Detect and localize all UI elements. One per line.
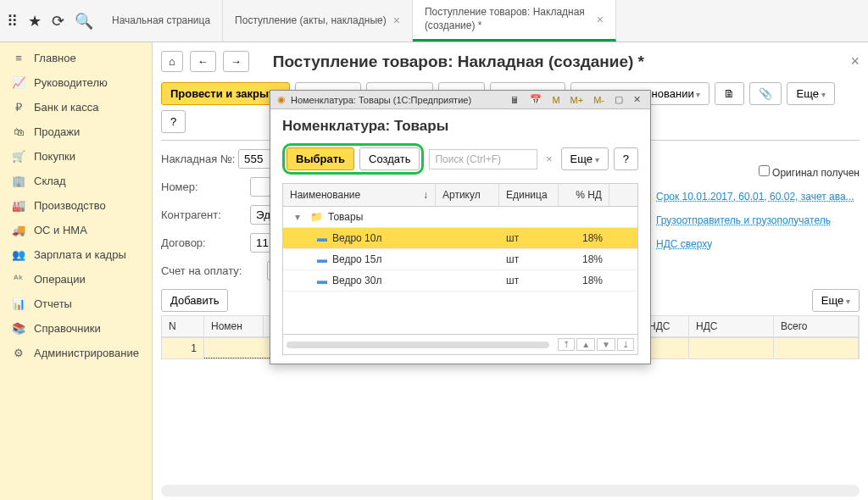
close-icon[interactable]: ×	[597, 12, 604, 27]
select-button[interactable]: Выбрать	[287, 147, 354, 170]
users-icon: 👥	[12, 248, 25, 261]
dialog-titlebar-text: Номенклатура: Товары (1С:Предприятие)	[291, 95, 471, 105]
tab-current[interactable]: Поступление товаров: Накладная (создание…	[413, 0, 616, 42]
ops-icon: ᴬᵏ	[12, 273, 25, 286]
account-label: Счет на оплату:	[161, 264, 242, 277]
search-input[interactable]: Поиск (Ctrl+F)	[429, 149, 537, 169]
mem-mm[interactable]: M-	[591, 95, 607, 105]
apps-icon[interactable]: ⠿	[7, 12, 18, 31]
back-button[interactable]: ←	[190, 51, 216, 72]
item-row[interactable]: ▬Ведро 15л шт18%	[283, 249, 637, 270]
chart-icon: 📈	[12, 76, 25, 89]
doc-icon-button[interactable]: 🗎	[715, 82, 744, 105]
ruble-icon: ₽	[12, 101, 25, 114]
app-icon: ◉	[277, 94, 286, 105]
sidebar-item-bank[interactable]: ₽Банк и касса	[0, 95, 152, 119]
sidebar-item-assets[interactable]: 🚚ОС и НМА	[0, 218, 152, 242]
maximize-icon[interactable]: ▢	[612, 94, 626, 105]
tab-home[interactable]: Начальная страница	[100, 0, 223, 42]
add-button[interactable]: Добавить	[161, 289, 228, 312]
nav-up[interactable]: ▲	[576, 338, 595, 351]
more-button[interactable]: Еще	[787, 82, 834, 105]
books-icon: 📚	[12, 322, 25, 335]
sidebar: ≡Главное 📈Руководителю ₽Банк и касса 🛍Пр…	[0, 42, 153, 500]
mem-m[interactable]: M	[549, 95, 562, 105]
bag-icon: 🛍	[12, 125, 25, 138]
forward-button[interactable]: →	[223, 51, 249, 72]
truck-icon: 🚚	[12, 224, 25, 236]
sidebar-item-manager[interactable]: 📈Руководителю	[0, 70, 152, 95]
cart-icon: 🛒	[12, 150, 25, 163]
contractor-label: Контрагент:	[161, 208, 225, 221]
dialog-help-button[interactable]: ?	[614, 147, 638, 170]
contract-label: Договор:	[161, 236, 225, 249]
bars-icon: 📊	[12, 297, 25, 310]
highlighted-actions: Выбрать Создать	[282, 143, 424, 175]
close-dialog-icon[interactable]: ✕	[631, 94, 643, 105]
page-title: Поступление товаров: Накладная (создание…	[256, 53, 644, 71]
deadline-link[interactable]: Срок 10.01.2017, 60.01, 60.02, зачет ава…	[656, 191, 854, 203]
more-button-2[interactable]: Еще	[812, 289, 860, 312]
folder-row[interactable]: ▾📁Товары	[283, 207, 637, 228]
search-icon[interactable]: 🔍	[75, 12, 93, 31]
close-icon[interactable]: ×	[393, 13, 400, 28]
number-label: Номер:	[161, 181, 225, 193]
item-row[interactable]: ▬Ведро 30л шт18%	[283, 270, 637, 292]
sidebar-item-refs[interactable]: 📚Справочники	[0, 316, 152, 341]
sidebar-item-operations[interactable]: ᴬᵏОперации	[0, 267, 152, 292]
sidebar-item-warehouse[interactable]: 🏢Склад	[0, 169, 152, 193]
building-icon: 🏢	[12, 175, 25, 187]
item-icon: ▬	[317, 253, 327, 265]
calc-icon[interactable]: 🖩	[508, 95, 522, 105]
create-button[interactable]: Создать	[359, 147, 420, 170]
item-row[interactable]: ▬Ведро 10л шт18%	[283, 228, 637, 249]
dialog-title: Номенклатура: Товары	[282, 118, 638, 135]
factory-icon: 🏭	[12, 199, 25, 212]
sidebar-item-admin[interactable]: ⚙Администрирование	[0, 341, 152, 365]
star-icon[interactable]: ★	[28, 12, 42, 31]
menu-icon: ≡	[12, 52, 25, 64]
invoice-label: Накладная №:	[161, 153, 235, 165]
home-button[interactable]: ⌂	[161, 51, 183, 72]
attach-button[interactable]: 📎	[749, 82, 782, 105]
sidebar-item-production[interactable]: 🏭Производство	[0, 193, 152, 218]
original-checkbox[interactable]	[759, 165, 770, 176]
tab-receipts[interactable]: Поступление (акты, накладные)×	[223, 0, 413, 42]
folder-icon: 📁	[310, 211, 323, 223]
sidebar-item-sales[interactable]: 🛍Продажи	[0, 119, 152, 144]
nomenclature-dialog: ◉ Номенклатура: Товары (1С:Предприятие) …	[270, 90, 651, 364]
sidebar-item-hr[interactable]: 👥Зарплата и кадры	[0, 242, 152, 267]
dialog-grid-header: Наименование↓ Артикул Единица % НД	[283, 184, 637, 207]
shipper-link[interactable]: Грузоотправитель и грузополучатель	[656, 214, 831, 226]
main-h-scrollbar[interactable]	[161, 485, 860, 497]
sidebar-item-reports[interactable]: 📊Отчеты	[0, 292, 152, 316]
item-icon: ▬	[317, 275, 327, 286]
h-scrollbar[interactable]	[287, 342, 549, 348]
close-page-button[interactable]: ×	[850, 53, 860, 70]
gear-icon: ⚙	[12, 347, 25, 359]
nav-first[interactable]: ⤒	[558, 338, 575, 351]
nav-down[interactable]: ▼	[597, 338, 615, 351]
clear-search-icon[interactable]: ×	[542, 153, 556, 165]
vat-top-link[interactable]: НДС сверху	[656, 238, 712, 250]
dialog-more-button[interactable]: Еще	[561, 147, 609, 170]
nav-last[interactable]: ⤓	[617, 338, 634, 351]
sidebar-item-purchases[interactable]: 🛒Покупки	[0, 144, 152, 169]
mem-mp[interactable]: M+	[568, 95, 587, 105]
item-icon: ▬	[317, 232, 327, 244]
sidebar-item-main[interactable]: ≡Главное	[0, 46, 152, 70]
help-button[interactable]: ?	[161, 110, 186, 133]
collapse-icon[interactable]: ▾	[290, 211, 305, 223]
calendar-icon[interactable]: 📅	[527, 94, 544, 105]
history-icon[interactable]: ⟳	[52, 12, 64, 31]
